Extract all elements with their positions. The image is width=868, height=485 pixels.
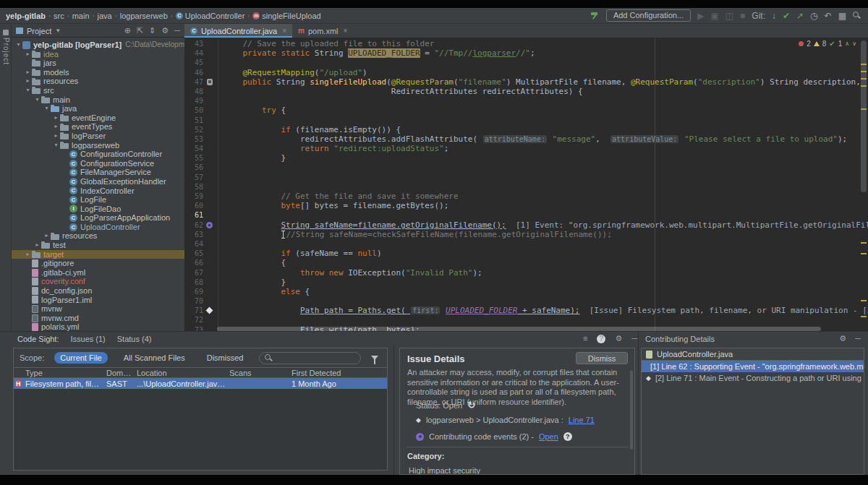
issues-search-input[interactable] [259, 352, 361, 364]
git-update-icon[interactable]: ↓ [772, 12, 776, 20]
tree-item-configurationcontroller[interactable]: CConfigurationController [12, 150, 184, 159]
tree-item-java[interactable]: ▾java [12, 104, 184, 113]
tree-toggle-icon[interactable]: ▾ [24, 86, 32, 95]
warning-stripe-mark[interactable] [861, 316, 867, 317]
stripe-project-button[interactable]: Project [0, 30, 12, 65]
filter-icon[interactable] [371, 356, 378, 360]
tree-item-indexcontroller[interactable]: CIndexController [12, 186, 184, 196]
hide-panel-icon[interactable]: ─ [631, 335, 637, 343]
refresh-icon[interactable]: ↻ [467, 400, 475, 411]
tree-item-logfile[interactable]: CLogFile [12, 195, 184, 205]
breadcrumb-item[interactable]: msingleFileUpload [252, 12, 320, 20]
next-issue-icon[interactable]: ∨ [852, 40, 856, 47]
tree-item-logparserappapplication[interactable]: CLogParserAppApplication [12, 213, 184, 223]
scope-all-scanned-button[interactable]: All Scanned Files [118, 352, 191, 364]
tree-item-coverity-conf[interactable]: coverity.conf [12, 277, 184, 286]
warning-stripe-mark[interactable] [861, 253, 867, 254]
tree-item-dc-config-json[interactable]: dc_config.json [12, 286, 184, 296]
table-header-row[interactable]: Type Domain ▲ Location Scans First Detec… [14, 368, 387, 378]
tree-toggle-icon[interactable]: ▸ [52, 122, 60, 132]
prev-issue-icon[interactable]: ∧ [845, 40, 849, 47]
issue-row[interactable]: H Filesystem path, filename, or URI... S… [14, 378, 387, 389]
col-type[interactable]: Type [25, 369, 106, 377]
tree-item--gitlab-ci-yml[interactable]: .gitlab-ci.yml [12, 268, 184, 278]
undo-icon[interactable]: ↶ [825, 12, 832, 20]
help-icon[interactable]: ? [563, 432, 572, 441]
breadcrumb-item[interactable]: logparserweb [120, 12, 168, 20]
breadcrumb-item[interactable]: yelp-gitlab [6, 12, 46, 20]
layout-icon[interactable]: ▦ [838, 12, 846, 20]
tree-toggle-icon[interactable]: ▸ [43, 231, 51, 241]
settings-gear-icon[interactable]: ⚙ [615, 335, 622, 343]
expand-icon[interactable]: ⇕ [149, 27, 156, 35]
panel-scrollbar[interactable] [630, 370, 633, 450]
tree-item-mvnw[interactable]: mvnw [12, 304, 184, 314]
tree-item-logparser1-iml[interactable]: logParser1.iml [12, 296, 184, 305]
tree-item-resources[interactable]: ▸resources [12, 231, 184, 241]
breadcrumb-item[interactable]: main [72, 12, 90, 20]
locate-file-icon[interactable]: ⊕ [124, 27, 131, 35]
tree-toggle-icon[interactable]: ▾ [14, 40, 22, 50]
tree-item-yelp-gitlab-logparser1-[interactable]: ▾yelp-gitlab [logParser1]C:\Data\Develop… [12, 40, 184, 50]
tree-item-idea[interactable]: ▸idea [12, 50, 184, 59]
contributing-file-row[interactable]: UploadController.java [642, 348, 864, 361]
breadcrumb-item[interactable]: CUploadController [176, 12, 245, 20]
tree-toggle-icon[interactable]: ▸ [24, 250, 32, 259]
tree-item-test[interactable]: ▸test [12, 241, 184, 250]
close-icon[interactable]: × [282, 27, 286, 35]
tree-item-logfiledao[interactable]: ILogFileDao [12, 205, 184, 214]
tree-item-eventengine[interactable]: ▸eventEngine [12, 113, 184, 123]
col-location[interactable]: Location [137, 369, 229, 377]
warning-stripe-mark[interactable] [861, 242, 867, 244]
warning-stripe-mark[interactable] [861, 300, 867, 301]
warning-stripe-mark[interactable] [861, 78, 867, 80]
inspection-widget[interactable]: 2 8 ✔ 1 ∧ ∨ [799, 40, 856, 48]
supporting-event-gutter-icon[interactable] [206, 222, 213, 228]
tree-item-mvnw-cmd[interactable]: mvnw.cmd [12, 314, 184, 323]
tree-item-polaris-yml[interactable]: polaris.yml [12, 322, 184, 331]
project-tool-window-header[interactable]: Project ▼ ⊕ ⇱ ⇕ ⚙ ─ [12, 24, 184, 38]
tree-item-configurationservice[interactable]: CConfigurationService [12, 159, 184, 168]
warning-stripe-mark[interactable] [861, 64, 867, 65]
git-commit-icon[interactable]: ✔ [783, 12, 790, 20]
tab-issues[interactable]: Issues (1) [70, 335, 105, 343]
chevron-down-icon[interactable]: ▼ [55, 27, 61, 34]
history-icon[interactable]: ◷ [810, 12, 817, 20]
run-configuration-select[interactable]: Add Configuration... [606, 9, 691, 22]
tree-toggle-icon[interactable]: ▸ [52, 113, 60, 123]
open-link[interactable]: Open [539, 432, 558, 441]
list-view-icon[interactable]: ≡ [583, 335, 587, 343]
tree-item-logparser[interactable]: ▸logParser [12, 132, 184, 141]
main-event-gutter-icon[interactable] [206, 307, 213, 314]
tree-item-filemanagerservice[interactable]: CFileManagerService [12, 168, 184, 177]
tab-pomxml[interactable]: m pom.xml × [292, 24, 353, 38]
line-link[interactable]: Line 71 [569, 416, 595, 424]
tree-item-uploadcontroller[interactable]: CUploadController [12, 223, 184, 232]
settings-gear-icon[interactable]: ⚙ [839, 334, 846, 343]
tree-toggle-icon[interactable]: ▾ [43, 104, 51, 113]
tree-item-main[interactable]: ▾main [12, 95, 184, 105]
tree-item-target[interactable]: ▸target [12, 250, 184, 259]
contributing-event-row[interactable]: ◆ [2] Line 71 : Main Event - Constructin… [642, 372, 864, 384]
breadcrumb-item[interactable]: src [54, 12, 64, 20]
tree-toggle-icon[interactable]: ▸ [24, 68, 32, 77]
code-editor[interactable]: 43 // Save the uploaded file to this fol… [184, 38, 868, 331]
tree-toggle-icon[interactable]: ▸ [33, 241, 41, 250]
tree-item-models[interactable]: ▸models [12, 68, 184, 77]
col-domain[interactable]: Domain ▲ [106, 369, 137, 377]
warning-stripe-mark[interactable] [861, 108, 867, 110]
tree-item-eventtypes[interactable]: ▸eventTypes [12, 122, 184, 132]
build-project-icon[interactable] [590, 11, 600, 20]
tree-item-globalexceptionhandler[interactable]: CGlobalExceptionHandler [12, 177, 184, 186]
tree-toggle-icon[interactable]: ▸ [52, 132, 60, 141]
warning-stripe-mark[interactable] [861, 71, 867, 72]
breadcrumb-item[interactable]: java [98, 12, 112, 20]
collapse-all-icon[interactable]: ⇱ [137, 27, 143, 35]
tab-uploadcontroller[interactable]: C UploadController.java × [184, 24, 292, 38]
scope-dismissed-button[interactable]: Dismissed [201, 352, 250, 364]
tab-status[interactable]: Status (4) [117, 335, 152, 343]
search-everywhere-icon[interactable] [853, 12, 861, 20]
tree-item-logparserweb[interactable]: ▾logparserweb [12, 141, 184, 150]
tree-item-jars[interactable]: jars [12, 59, 184, 68]
tree-item--gitignore[interactable]: .gitignore [12, 259, 184, 268]
